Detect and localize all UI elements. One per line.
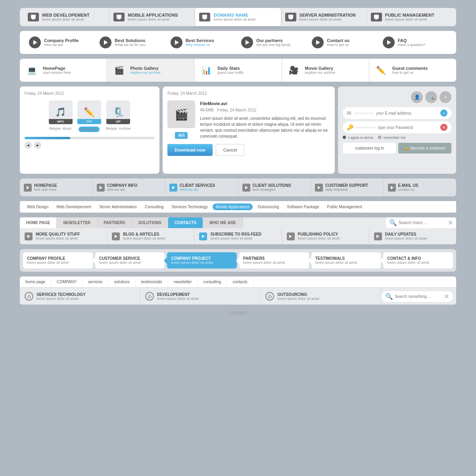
video-nav-partners[interactable]: Our partners We are one big family <box>238 35 309 50</box>
play-btn-faq[interactable] <box>383 36 395 48</box>
video-nav-services[interactable]: Best Services Why choose us <box>167 35 238 50</box>
nav-tab-web[interactable]: WEB DEVELOPEMENT lorem ipsum dolor sit a… <box>24 8 109 26</box>
arrow-icon-updates <box>374 232 382 240</box>
cancel-button[interactable]: Cancel <box>216 144 244 156</box>
pill-server-administration[interactable]: Server Administration <box>96 203 140 210</box>
bin-item-services[interactable]: ⏻ SERVICES TECHNOLOGY lorem ipsum dolor … <box>20 288 140 305</box>
sn-item-company[interactable]: COMPANY <box>51 276 83 287</box>
rn-arrow-contact <box>380 257 383 264</box>
file-item-txt[interactable]: ✏️ TXT Document <box>77 100 101 132</box>
tab-contacts[interactable]: CONTACTS <box>168 217 203 228</box>
pill-web-design[interactable]: Web Design <box>24 203 52 210</box>
video-nav-contact[interactable]: Contact us How to get us <box>309 35 379 50</box>
sn-item-testimonials[interactable]: testimonials <box>136 276 168 287</box>
video-nav-company[interactable]: Company Profile Who we are <box>26 35 96 50</box>
nav-tab-server[interactable]: SERVER ADMINISTRATION lorem ipsum dolor … <box>281 8 367 26</box>
video-nav-faq[interactable]: FAQ Have a question? <box>380 35 450 50</box>
email-input[interactable] <box>376 111 438 115</box>
rn-item-testimonials[interactable]: TESTIMONIALS lorem ipsum dolor sit amet <box>311 252 381 269</box>
nav-tab-domains[interactable]: DOMAINS NAME lorem ipsum dolor sit amet <box>195 8 281 26</box>
pill-mobile-applications[interactable]: Mobile Applications <box>213 203 253 210</box>
arrow-nav-policy[interactable]: PUBLISHING POLICY lorem ipsum dolor sit … <box>282 228 369 244</box>
sn-item-home[interactable]: home page <box>20 276 51 287</box>
play-btn-solutions[interactable] <box>100 36 111 48</box>
bnav-company[interactable]: COMPANY INFO who we are <box>93 178 166 196</box>
pill-public-management[interactable]: Public Management <box>324 203 365 210</box>
avi-badge: AVI <box>175 132 188 139</box>
search-tab-clear[interactable]: ✕ <box>448 219 453 226</box>
pill-consulting[interactable]: Consulting <box>142 203 167 210</box>
tab-partners[interactable]: PARTNERS <box>97 217 132 228</box>
search-icon-btn[interactable]: 🔍 <box>425 91 437 103</box>
customer-button[interactable]: 🔒 become a customer <box>398 143 451 154</box>
tab-newsletter[interactable]: NEWSLETTER <box>57 217 97 228</box>
arrow-nav-updates[interactable]: DAILY UPDATES lorem ipsum dolor sit amet <box>369 228 456 244</box>
rn-item-service[interactable]: CUSTOMER SERVICE lorem ipsum dolor sit a… <box>95 252 165 269</box>
watermark: 12436815 <box>20 311 456 315</box>
email-dots: ••••••••• <box>354 111 374 115</box>
add-icon-btn[interactable]: + <box>440 91 451 103</box>
tab-solutions[interactable]: SOLUTIONS <box>132 217 168 228</box>
remember-radio[interactable] <box>378 136 381 139</box>
icon-nav-movie[interactable]: 🎥 Movie Gallery explore our archive <box>282 59 369 82</box>
prev-btn[interactable]: ◄ <box>25 142 32 149</box>
play-btn-partners[interactable] <box>241 36 253 48</box>
play-btn-company[interactable] <box>29 36 41 48</box>
rn-sub-contact: lorem ipsum dolor sit amet <box>387 261 429 265</box>
sn-item-consulting[interactable]: consulting <box>198 276 227 287</box>
bnav-email[interactable]: E-MAIL US contact us <box>384 178 457 196</box>
svg-rect-7 <box>290 19 292 19</box>
next-btn[interactable]: ► <box>34 142 41 149</box>
login-button[interactable]: customers log in <box>343 143 396 154</box>
arrow-nav-blog[interactable]: BLOG & ARTICLES lorem ipsum dolor sit am… <box>107 228 194 244</box>
arrow-nav-quality[interactable]: MORE QUALITY STUFF lorem ipsum dolor sit… <box>20 228 107 244</box>
bnav-homepage[interactable]: HOMEPAGE let's start here <box>20 178 93 196</box>
tab-title-server: SERVER ADMINISTRATION <box>299 13 356 17</box>
in-sub-home: start mission here <box>43 71 71 75</box>
video-nav-solutions[interactable]: Best Solutions What we do for you <box>96 35 167 50</box>
bnav-client[interactable]: CLIENT SERVICES what we do <box>165 178 238 196</box>
nav-tab-public[interactable]: PUBLIC MANAGEMENT lorem ipsum dolor sit … <box>367 8 452 26</box>
bnav-title-solutions: CLIENT SOLUTIONS <box>253 183 291 188</box>
rn-item-project[interactable]: COMPANY PROJECT lorem ipsum dolor sit am… <box>167 252 237 269</box>
search-bin-input[interactable] <box>395 294 442 299</box>
search-bin-clear[interactable]: ✕ <box>444 293 449 300</box>
in-title-photo: Photo Gallery <box>130 66 161 71</box>
play-btn-contact[interactable] <box>312 36 324 48</box>
tab-home[interactable]: HOME PAGE <box>20 217 57 228</box>
user-icon-btn[interactable]: 👤 <box>411 91 423 103</box>
sn-item-contacts[interactable]: contacts <box>227 276 253 287</box>
vn-sub-partners: We are one big family <box>256 43 291 47</box>
icon-nav-comments[interactable]: ✏️ Guest comments how to get us <box>369 59 456 82</box>
file-item-mp3[interactable]: 🎵 MP3 filetype: Music <box>49 100 73 132</box>
rn-item-profile[interactable]: COMPANY PROFILE lorem ipsum dolor sit am… <box>23 252 93 269</box>
rn-item-partners[interactable]: PARTNERS lorem ipsum dolor sit amet <box>239 252 309 269</box>
arrow-nav-rss[interactable]: SUBSCRIBE TO RSS-FEED lorem ipsum dolor … <box>194 228 282 244</box>
agree-radio[interactable] <box>343 136 346 139</box>
password-input[interactable] <box>378 125 438 130</box>
pill-web-developement[interactable]: Web Developement <box>53 203 94 210</box>
icon-nav-photo[interactable]: 🎬 Photo Gallery explore our archive <box>107 59 194 82</box>
bin-item-dev[interactable]: ⏻ DEVELOPEMENT lorem ipsum dolor sit ame… <box>140 288 261 305</box>
rn-item-contact[interactable]: CONTACT & INFO lorem ipsum dolor sit ame… <box>383 252 453 269</box>
password-clear-icon[interactable]: ✕ <box>440 124 447 131</box>
pill-services-technology[interactable]: Services Technology <box>168 203 211 210</box>
in-title-stats: Daily Stats <box>217 66 244 71</box>
sn-item-services[interactable]: services <box>83 276 109 287</box>
bnav-support[interactable]: CUSTOMER SUPPORT daily helpdesk <box>311 178 384 196</box>
tab-who[interactable]: WHO WE ARE <box>203 217 243 228</box>
pill-outsourcing[interactable]: Outsourcing <box>254 203 282 210</box>
bin-item-outsourcing[interactable]: ⏻ OUTSOURCING lorem ipsum dolor sit amet <box>261 288 381 305</box>
icon-nav-stats[interactable]: 📊 Daily Stats guest user traffic <box>194 59 282 82</box>
bnav-solutions[interactable]: CLIENT SOLUTIONS best strategies <box>238 178 311 196</box>
icon-nav-home[interactable]: 💻 HomePage start mission here <box>20 59 107 82</box>
pill-software-package[interactable]: Software Package <box>284 203 322 210</box>
play-btn-services[interactable] <box>171 36 182 48</box>
an-title-policy: PUBLISHING POLICY <box>298 232 340 236</box>
download-button[interactable]: Download now <box>167 144 213 156</box>
file-item-zip[interactable]: 🗜️ ZIP filetype: Archive <box>106 100 131 132</box>
sn-item-solutions[interactable]: solutions <box>109 276 136 287</box>
sn-item-newsletter[interactable]: newsletter <box>168 276 198 287</box>
nav-tab-mobile[interactable]: MOBILE APPLICATIONS lorem ipsum dolor si… <box>109 8 195 26</box>
search-tab-input[interactable] <box>399 221 446 225</box>
